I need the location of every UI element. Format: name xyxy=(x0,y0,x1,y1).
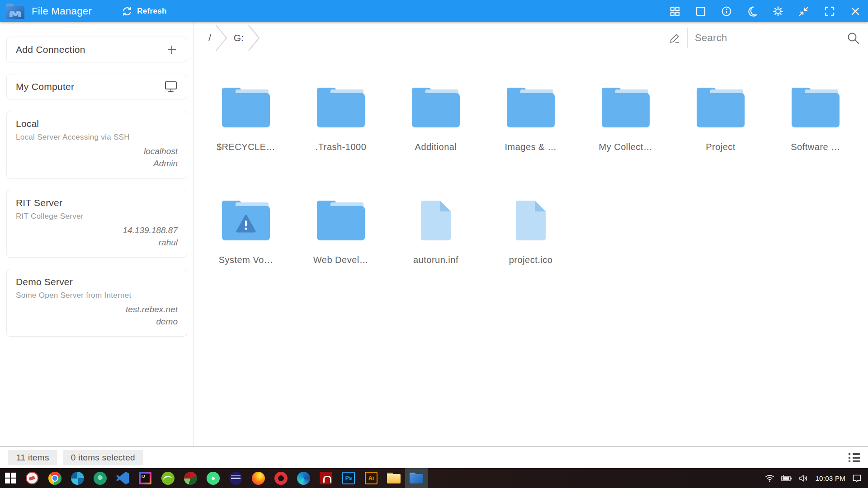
file-tile[interactable]: project.ico xyxy=(509,201,553,265)
taskbar-illustrator[interactable]: Ai xyxy=(360,468,382,488)
connection-description: Some Open Server from Internet xyxy=(16,291,178,300)
taskbar-screentogif[interactable] xyxy=(21,468,43,488)
file-tile[interactable]: Software … xyxy=(791,88,840,152)
items-count-badge: 11 items xyxy=(8,450,57,465)
taskbar-clock[interactable]: 10:03 PM xyxy=(815,474,845,482)
connection-card[interactable]: Local Local Server Accessing via SSH loc… xyxy=(6,111,187,178)
notifications-icon[interactable] xyxy=(852,474,862,483)
taskbar-chrome[interactable] xyxy=(43,468,66,488)
firefox-icon xyxy=(252,472,265,485)
folder-icon xyxy=(602,88,650,127)
taskbar-blue-circle-app[interactable] xyxy=(66,468,89,488)
refresh-button[interactable]: Refresh xyxy=(122,6,166,17)
photoshop-icon: Ps xyxy=(342,472,355,484)
wifi-icon[interactable] xyxy=(765,474,774,482)
chevron-right-icon xyxy=(216,25,227,51)
taskbar-eclipse[interactable] xyxy=(224,468,247,488)
fullscreen-icon[interactable] xyxy=(824,6,835,17)
windows-logo-icon xyxy=(5,473,16,483)
taskbar-photoshop[interactable]: Ps xyxy=(337,468,360,488)
file-icon xyxy=(421,201,451,240)
opera-icon xyxy=(274,472,288,485)
gitkraken-icon xyxy=(94,472,107,485)
folder-icon xyxy=(507,88,555,127)
file-name: Software … xyxy=(791,142,840,152)
window-body: Add Connection My Computer Local Local S… xyxy=(0,22,868,446)
folder-icon xyxy=(697,88,745,127)
refresh-icon xyxy=(122,6,132,17)
connection-user: rahul xyxy=(16,237,178,249)
list-view-icon[interactable] xyxy=(849,453,860,462)
file-tile[interactable]: .Trash-1000 xyxy=(316,88,367,152)
compress-window-icon[interactable] xyxy=(798,6,809,17)
file-tile[interactable]: My Collect… xyxy=(599,88,653,152)
start-button[interactable] xyxy=(0,468,21,488)
connection-name: RIT Server xyxy=(16,197,178,208)
taskbar-acrobat[interactable] xyxy=(315,468,337,488)
chrome-icon xyxy=(48,472,61,485)
chevron-right-icon xyxy=(248,25,260,51)
taskbar-spring[interactable] xyxy=(156,468,179,488)
screentogif-icon xyxy=(26,472,38,484)
edge-icon xyxy=(297,472,310,485)
taskbar-file-manager-active[interactable] xyxy=(405,468,428,488)
red-green-app-icon xyxy=(184,472,197,485)
dark-mode-icon[interactable] xyxy=(747,6,758,17)
settings-gear-icon[interactable] xyxy=(773,6,783,17)
spring-icon xyxy=(161,472,175,485)
taskbar-gitkraken[interactable] xyxy=(89,468,111,488)
taskbar-android-studio[interactable] xyxy=(202,468,224,488)
connection-list: Local Local Server Accessing via SSH loc… xyxy=(6,111,187,337)
taskbar-edge[interactable] xyxy=(292,468,315,488)
file-name: $RECYCLE… xyxy=(217,142,275,152)
file-area: $RECYCLE… xyxy=(194,54,868,446)
intellij-icon: IJ xyxy=(139,472,151,484)
file-manager-icon xyxy=(410,473,423,483)
selected-count-badge: 0 items selected xyxy=(63,450,143,465)
breadcrumb-segment[interactable]: G: xyxy=(229,33,246,43)
taskbar-file-explorer[interactable] xyxy=(382,468,405,488)
breadcrumb-segment[interactable]: / xyxy=(204,33,214,43)
connection-card[interactable]: RIT Server RIT College Server 14.139.188… xyxy=(6,190,187,258)
monitor-icon xyxy=(164,81,178,93)
connection-name: Local xyxy=(16,118,178,129)
connection-card[interactable]: Demo Server Some Open Server from Intern… xyxy=(6,269,187,337)
file-tile[interactable]: $RECYCLE… xyxy=(217,88,275,152)
search-input[interactable] xyxy=(695,32,846,44)
edit-path-button[interactable] xyxy=(669,32,681,44)
refresh-label: Refresh xyxy=(137,7,166,16)
path-toolbar: / G: xyxy=(194,22,868,54)
file-tile[interactable]: Project xyxy=(697,88,745,152)
single-view-icon[interactable] xyxy=(695,6,706,17)
my-computer-button[interactable]: My Computer xyxy=(6,74,187,99)
app-logo-icon xyxy=(6,4,24,19)
add-connection-button[interactable]: Add Connection xyxy=(6,37,187,62)
my-computer-label: My Computer xyxy=(16,81,74,92)
file-tile[interactable]: autorun.inf xyxy=(413,201,458,265)
main-panel: / G: xyxy=(194,22,868,446)
taskbar-opera[interactable] xyxy=(269,468,292,488)
file-tile[interactable]: Images & … xyxy=(505,88,557,152)
search-button[interactable] xyxy=(846,31,860,45)
file-tile[interactable]: Additional xyxy=(412,88,460,152)
taskbar-red-green-app[interactable] xyxy=(179,468,202,488)
volume-icon[interactable] xyxy=(799,474,808,482)
taskbar-firefox[interactable] xyxy=(247,468,269,488)
folder-icon xyxy=(317,201,365,240)
taskbar-vscode[interactable] xyxy=(111,468,134,488)
file-tile[interactable]: Web Devel… xyxy=(313,201,368,265)
file-tile[interactable]: System Vo… xyxy=(219,201,274,265)
status-bar: 11 items 0 items selected xyxy=(0,446,868,468)
warning-icon xyxy=(236,214,256,233)
illustrator-icon: Ai xyxy=(365,472,377,484)
taskbar-intellij[interactable]: IJ xyxy=(134,468,156,488)
app-title: File Manager xyxy=(32,5,92,17)
connection-user: demo xyxy=(16,316,178,328)
battery-icon[interactable] xyxy=(781,474,792,482)
close-icon[interactable] xyxy=(850,6,861,17)
grid-view-icon[interactable] xyxy=(670,6,680,17)
info-icon[interactable] xyxy=(721,6,732,17)
add-connection-label: Add Connection xyxy=(16,44,85,55)
connection-name: Demo Server xyxy=(16,277,178,287)
folder-icon xyxy=(222,88,270,127)
